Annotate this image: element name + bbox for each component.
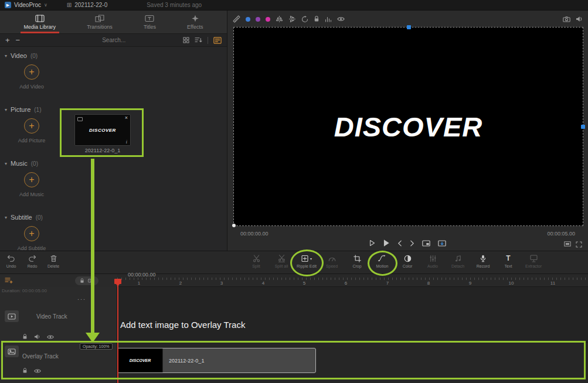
add-media-button[interactable]: + [5, 36, 10, 44]
pip-button[interactable] [422, 240, 430, 247]
next-frame-button[interactable] [410, 240, 414, 247]
tool-split-all[interactable]: Split all [271, 254, 291, 268]
tool-label: Detach [451, 264, 464, 268]
annotation-circle-ripple-edit [290, 249, 324, 276]
track-header-pill[interactable] [75, 276, 98, 285]
undo-button[interactable]: Undo [1, 254, 21, 268]
snapshot-camera-icon[interactable] [563, 16, 570, 22]
fit-view-icon[interactable] [564, 241, 571, 248]
marker-dot-blue[interactable] [246, 17, 250, 22]
video-track-controls [22, 334, 54, 340]
fullscreen-icon[interactable] [576, 241, 582, 248]
marker-dot-magenta[interactable] [266, 17, 270, 22]
view-controls [564, 241, 582, 248]
play-button[interactable] [383, 239, 390, 247]
ruler-number: 9 [469, 281, 471, 286]
histogram-icon[interactable] [325, 16, 332, 22]
add-subtitle-button[interactable]: + Add Subtitle [15, 226, 49, 251]
collapse-caret-icon[interactable]: ▾ [5, 161, 7, 166]
flip-vertical-icon[interactable] [288, 16, 296, 22]
tool-text[interactable]: T Text [498, 254, 518, 268]
tool-record[interactable]: Record [473, 254, 493, 268]
add-music-button[interactable]: + Add Music [15, 172, 49, 197]
tab-effects[interactable]: Effects [183, 11, 206, 33]
add-picture-button[interactable]: + Add Picture [15, 118, 49, 143]
video-track-icon[interactable] [5, 310, 19, 322]
tool-label: Color [403, 264, 413, 268]
ruler-number: 7 [386, 281, 389, 286]
marker-dot-purple[interactable] [256, 17, 260, 22]
saved-status: Saved 3 minutes ago [147, 2, 202, 8]
tool-label: Audio [427, 264, 438, 268]
detach-icon [454, 254, 462, 262]
add-video-button[interactable]: + Add Video [15, 64, 49, 90]
titles-icon [145, 15, 154, 22]
rotate-icon[interactable] [301, 16, 308, 23]
play-outline-button[interactable] [369, 240, 375, 247]
preview-canvas[interactable]: DISCOVER [233, 27, 583, 226]
redo-button[interactable]: Redo [22, 254, 42, 268]
resize-handle-right[interactable] [581, 125, 585, 129]
section-count: (0) [36, 214, 43, 221]
ruler-timecode: 00:00:00.00 [128, 272, 156, 278]
search-input[interactable] [102, 37, 166, 43]
tool-label: Split [252, 264, 260, 268]
eye-icon[interactable] [337, 16, 345, 22]
track-list-add-icon[interactable] [5, 277, 13, 284]
collapse-caret-icon[interactable]: ▾ [5, 107, 7, 112]
eye-icon[interactable] [47, 334, 54, 340]
collapse-caret-icon[interactable]: ▾ [5, 215, 7, 220]
tool-color[interactable]: Color [397, 254, 417, 268]
remove-media-button[interactable]: − [16, 36, 21, 44]
snapshot-button[interactable] [438, 240, 446, 247]
ruler-number: 4 [262, 281, 264, 286]
add-label: Add Picture [15, 138, 49, 143]
more-options-icon[interactable]: ... [77, 294, 86, 301]
anchor-dot[interactable] [232, 224, 236, 227]
tool-speed[interactable]: Speed [322, 254, 342, 268]
prev-frame-button[interactable] [397, 240, 402, 247]
tab-titles[interactable]: Titles [140, 11, 159, 33]
tool-label: Delete [47, 264, 59, 268]
app-menu[interactable]: VideoProc [14, 2, 41, 8]
sort-icon[interactable] [195, 37, 202, 43]
titlebar: ▶ VideoProc ∨ ⊞ 202112-22-0 Saved 3 minu… [0, 0, 588, 11]
lock-icon[interactable] [22, 334, 28, 340]
section-count: (0) [30, 53, 38, 59]
plus-icon: + [29, 228, 34, 238]
video-track-label: Video Track [36, 313, 67, 320]
ruler-icon[interactable] [233, 15, 240, 23]
tab-transitions[interactable]: Transitions [83, 11, 116, 33]
video-track-lane[interactable] [117, 287, 588, 343]
media-library-icon [35, 15, 45, 22]
duration-label: Duration: 00:00:05.00 [2, 288, 47, 293]
tool-crop[interactable]: Crop [347, 254, 367, 268]
grid-view-icon[interactable] [183, 37, 189, 43]
tool-audio[interactable]: Audio [423, 254, 443, 268]
collapse-caret-icon[interactable]: ▾ [5, 53, 7, 59]
panel-toggle-icon[interactable] [213, 37, 222, 44]
app-menu-caret-icon[interactable]: ∨ [44, 2, 47, 8]
tab-label: Media Library [24, 24, 56, 30]
lock-icon[interactable] [314, 16, 320, 22]
section-title: Video [11, 52, 27, 59]
tool-detach[interactable]: Detach [448, 254, 468, 268]
current-time: 00:00:00.00 [240, 231, 268, 237]
section-video: ▾ Video (0) + Add Video [0, 52, 227, 105]
split-icon [253, 254, 260, 262]
canvas-title-text[interactable]: DISCOVER [234, 28, 583, 225]
tool-split[interactable]: Split [246, 254, 266, 268]
split-all-icon [278, 254, 285, 262]
resize-handle-top[interactable] [407, 25, 411, 29]
library-toolbar: + − [0, 34, 227, 47]
mute-icon[interactable] [34, 334, 40, 340]
section-count: (1) [34, 107, 41, 113]
tab-media-library[interactable]: Media Library [21, 11, 60, 33]
annotation-arrow-line [91, 159, 94, 333]
flip-horizontal-icon[interactable] [276, 16, 283, 22]
tool-extractor[interactable]: Extractor [524, 254, 543, 268]
delete-button[interactable]: Delete [43, 254, 63, 268]
total-time: 00:00:05.00 [547, 231, 575, 237]
timeline-ruler[interactable]: 1 2 3 4 5 6 7 8 9 10 11 [117, 278, 588, 287]
volume-icon[interactable] [576, 16, 583, 22]
